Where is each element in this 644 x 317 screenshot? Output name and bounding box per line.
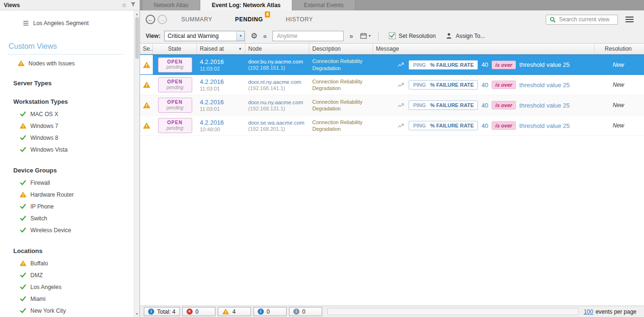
search-input[interactable] — [558, 16, 615, 23]
chevron-down-icon[interactable]: ▾ — [236, 31, 244, 41]
event-row[interactable]: OPEN pending 4.2.2016 11:03:01 door.nu.n… — [140, 95, 644, 116]
sparkline-icon — [398, 102, 405, 109]
critical-count: 0 — [196, 308, 199, 315]
time-prev-button[interactable]: « — [261, 32, 269, 40]
scroll-down-icon[interactable]: ▼ — [134, 311, 140, 317]
section-heading-workstation-types[interactable]: Workstation Types — [13, 98, 134, 105]
event-date: 4.2.2016 — [200, 99, 243, 106]
sidebar-item-wireless-device[interactable]: Wireless Device — [0, 224, 134, 236]
column-header-state[interactable]: State — [153, 44, 197, 54]
tab-label: External Events — [304, 2, 344, 9]
column-header-raised-at[interactable]: Raised at ▼ — [197, 44, 245, 54]
sidebar-item-new-york-city[interactable]: New York City — [0, 305, 134, 317]
nav-summary[interactable]: SUMMARY — [181, 16, 212, 23]
column-header-description[interactable]: Description — [309, 44, 373, 54]
sidebar-item-windows-7[interactable]: Windows 7 — [0, 120, 134, 132]
metric-source: PING — [413, 62, 426, 68]
empty-table-area — [140, 136, 644, 306]
sidebar-item-nodes-with-issues[interactable]: Nodes with Issues — [0, 57, 134, 69]
nav-history[interactable]: HISTORY — [286, 16, 313, 23]
sidebar-item-label: Hardware Router — [30, 191, 74, 198]
status-warning-box[interactable]: 4 — [218, 307, 251, 316]
nav-pending[interactable]: PENDING 4 — [235, 16, 263, 23]
sort-desc-icon: ▼ — [238, 47, 242, 51]
sidebar-item-label: Switch — [30, 215, 47, 222]
set-resolution-button[interactable]: Set Resolution — [385, 31, 439, 40]
horizontal-scrollbar-track[interactable] — [327, 308, 579, 315]
status-info-box[interactable]: i 0 — [253, 307, 287, 316]
total-label: Total: 4 — [157, 308, 176, 315]
sidebar-item-windows-8[interactable]: Windows 8 — [0, 132, 134, 144]
column-header-message[interactable]: Message — [373, 44, 595, 54]
section-heading-locations[interactable]: Locations — [13, 247, 134, 254]
sidebar-item-label: MAC OS X — [30, 111, 58, 118]
ok-check-icon — [19, 147, 27, 152]
column-header-node[interactable]: Node — [245, 44, 309, 54]
state-cell: OPEN pending — [153, 95, 197, 115]
event-row[interactable]: OPEN pending 4.2.2016 11:03:02 door.bu.n… — [140, 54, 644, 75]
node-name: door.se.wa.aacme.com — [248, 120, 307, 126]
event-time: 11:03:02 — [200, 66, 243, 72]
column-header-severity[interactable]: Se... — [140, 44, 153, 54]
sidebar-item-los-angeles[interactable]: Los Angeles — [0, 281, 134, 293]
view-filter-value: Critical and Warning — [165, 31, 236, 41]
status-verbose-box[interactable]: i 0 — [289, 307, 322, 316]
calendar-button[interactable]: ▾ — [359, 33, 372, 39]
assign-to-button[interactable]: Assign To... — [442, 32, 488, 40]
tab-event-log-network-atlas[interactable]: Event Log: Network Atlas — [200, 0, 292, 10]
event-row[interactable]: OPEN pending 4.2.2016 10:48:00 door.se.w… — [140, 116, 644, 136]
search-box[interactable] — [546, 15, 618, 25]
resolution-value: New — [613, 62, 624, 68]
favorite-star-icon[interactable]: ☆ — [121, 2, 127, 8]
state-pending-label: pending — [159, 64, 192, 70]
sidebar-item-switch[interactable]: Switch — [0, 212, 134, 224]
ok-check-icon — [19, 308, 27, 313]
state-cell: OPEN pending — [153, 55, 197, 74]
node-cell: door.nu.ny.aacme.com (192.168.131.1) — [245, 95, 309, 115]
sidebar-item-mac-os-x[interactable]: MAC OS X — [0, 108, 134, 120]
info-icon: i — [293, 308, 299, 315]
scroll-up-icon[interactable]: ▲ — [134, 11, 140, 17]
menu-button[interactable] — [625, 17, 634, 22]
raised-at-cell: 4.2.2016 11:03:01 — [197, 95, 245, 115]
per-page-link[interactable]: 100 — [584, 308, 593, 315]
sidebar-item-los-angeles-segment[interactable]: Los Angeles Segment — [0, 17, 134, 29]
tab-network-atlas[interactable]: Network Atlas — [142, 0, 200, 10]
time-filter-field[interactable] — [272, 31, 344, 41]
view-filter-dropdown[interactable]: Critical and Warning ▾ — [164, 31, 245, 41]
sidebar-item-hardware-router[interactable]: Hardware Router — [0, 189, 134, 200]
status-total-box[interactable]: i Total: 4 — [144, 307, 180, 316]
forward-button[interactable]: → — [158, 15, 167, 24]
status-bar: i Total: 4 × 0 4 i 0 i 0 100 event — [140, 306, 644, 317]
node-ip: (192.168.131.1) — [248, 106, 307, 111]
time-filter-input[interactable] — [276, 32, 340, 40]
sidebar-item-firewall[interactable]: Firewall — [0, 177, 134, 189]
column-header-resolution[interactable]: Resolution — [595, 44, 644, 54]
sidebar-item-buffalo[interactable]: Buffalo — [0, 257, 134, 269]
tab-external-events[interactable]: External Events — [292, 0, 355, 10]
ok-check-icon — [19, 216, 27, 221]
event-row[interactable]: OPEN pending 4.2.2016 11:03:01 door.nl.n… — [140, 75, 644, 95]
ok-check-icon — [19, 284, 27, 290]
sidebar-item-dmz[interactable]: DMZ — [0, 269, 134, 281]
message-value: 40 — [481, 61, 488, 68]
sidebar-item-label: Windows Vista — [30, 146, 67, 153]
sidebar-item-windows-vista[interactable]: Windows Vista — [0, 144, 134, 155]
gear-icon[interactable]: ⚙ — [251, 31, 257, 40]
back-button[interactable]: ← — [146, 15, 155, 24]
sidebar-item-miami[interactable]: Miami — [0, 293, 134, 305]
filter-funnel-icon[interactable] — [131, 2, 136, 8]
time-next-button[interactable]: » — [347, 32, 355, 40]
section-heading-device-groups[interactable]: Device Groups — [13, 167, 134, 174]
scrollbar-thumb[interactable] — [135, 17, 139, 59]
resolution-cell: New — [595, 75, 644, 95]
sidebar-scrollbar[interactable]: ▲ ▼ — [134, 10, 140, 317]
ok-check-icon — [19, 135, 27, 140]
status-critical-box[interactable]: × 0 — [182, 307, 215, 316]
warning-icon — [143, 61, 150, 69]
section-heading-server-types[interactable]: Server Types — [13, 80, 134, 87]
sidebar-item-ip-phone[interactable]: IP Phone — [0, 200, 134, 212]
message-cell: PING % FAILURE RATE 40 is over threshold… — [373, 95, 595, 115]
warning-icon — [19, 123, 27, 129]
operator-badge: is over — [492, 61, 516, 69]
